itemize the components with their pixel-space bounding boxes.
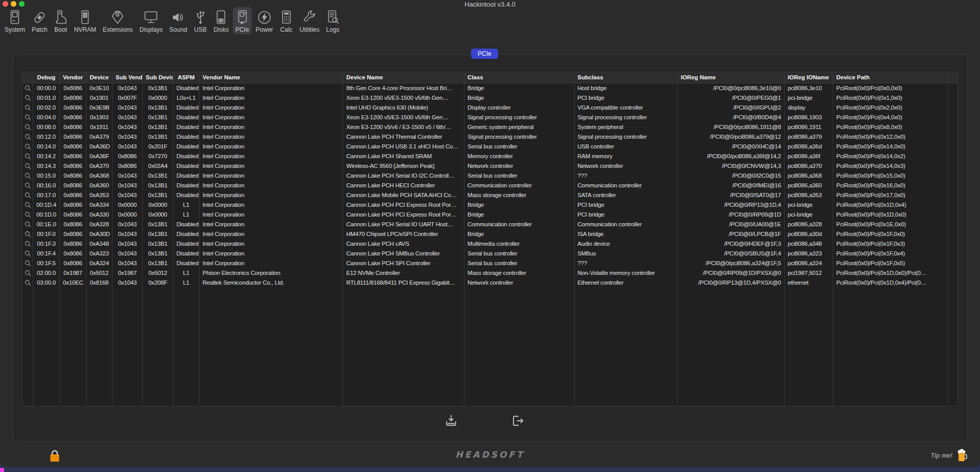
tip-me[interactable]: Tip me! xyxy=(931,448,968,462)
table-row[interactable]: 00:02.00x80860x3E9B0x10430x13B1DisabledI… xyxy=(23,103,957,113)
table-row[interactable]: 00:08.00x80860x19110x10430x13B1DisabledI… xyxy=(23,122,957,132)
table-row[interactable]: 00:1E.00x80860xA3280x10430x13B1DisabledI… xyxy=(23,220,957,229)
row-inspect-button[interactable] xyxy=(23,181,33,190)
table-row[interactable]: 00:17.00x80860xA3530x10430x13B1DisabledI… xyxy=(23,190,957,200)
table-row[interactable]: 00:1F.40x80860xA3230x10430x13B1DisabledI… xyxy=(23,249,957,259)
table-row[interactable]: 00:1F.00x80860xA30D0x10430x13B1DisabledI… xyxy=(23,229,957,239)
wrench-icon xyxy=(302,9,317,26)
toolbar-item-calc[interactable]: Calc xyxy=(277,7,296,34)
table-row[interactable]: 00:14.20x80860xA36F0x80860x7270DisabledI… xyxy=(23,152,957,161)
column-header-device-path[interactable]: Device Path xyxy=(833,72,949,83)
table-row[interactable]: 00:1D.40x80860xA3340x00000x0000L1Intel C… xyxy=(23,200,957,210)
table-row[interactable]: 03:00.00x10EC0x81680x10430x208FL1Realtek… xyxy=(23,278,957,288)
column-header-inspect[interactable] xyxy=(23,72,33,83)
toolbar-item-system[interactable]: System xyxy=(2,7,28,34)
toolbar-item-nvram[interactable]: NVRAM xyxy=(72,7,99,34)
table-row[interactable]: 00:15.00x80860xA3680x10430x13B1DisabledI… xyxy=(23,171,957,181)
table-cell: PciRoot(0x0)/Pci(0x1F,0x4) xyxy=(833,249,949,259)
table-cell: 00:1F.5 xyxy=(33,259,60,268)
table-row[interactable]: 00:16.00x80860xA3600x10430x13B1DisabledI… xyxy=(23,181,957,190)
table-cell: 0x8086 xyxy=(60,103,86,113)
table-cell: pci8086,1903 xyxy=(785,113,833,122)
table-row[interactable]: 00:14.30x80860xA3700x80860x02A4DisabledI… xyxy=(23,161,957,171)
table-row[interactable]: 02:00.00x19870x50120x19870x5012L1Phison … xyxy=(23,268,957,278)
row-inspect-button[interactable] xyxy=(23,278,33,288)
row-inspect-button[interactable] xyxy=(23,83,33,93)
toolbar-item-usb[interactable]: USB xyxy=(191,7,210,34)
table-cell: 0x8086 xyxy=(60,200,86,210)
row-inspect-button[interactable] xyxy=(23,268,33,278)
toolbar-item-displays[interactable]: Displays xyxy=(137,7,165,34)
row-inspect-button[interactable] xyxy=(23,152,33,161)
column-header-aspm[interactable]: ASPM xyxy=(173,72,199,83)
toolbar-item-extensions[interactable]: Extensions xyxy=(100,7,136,34)
row-inspect-button[interactable] xyxy=(23,93,33,103)
row-inspect-button[interactable] xyxy=(23,122,33,132)
column-header-vendor[interactable]: Vendor xyxy=(60,72,86,83)
table-cell: PciRoot(0x0)/Pci(0x4,0x0) xyxy=(833,113,949,122)
table-cell: Disabled xyxy=(173,142,199,152)
toolbar-item-disks[interactable]: Disks xyxy=(211,7,231,34)
table-row[interactable]: 00:04.00x80860x19030x10430x13B1DisabledI… xyxy=(23,113,957,122)
row-inspect-button[interactable] xyxy=(23,210,33,220)
toolbar-item-utilities[interactable]: Utilities xyxy=(297,7,322,34)
toolbar-item-logs[interactable]: Logs xyxy=(324,7,342,34)
toolbar-item-pcie[interactable]: PCIe xyxy=(233,7,252,34)
table-row[interactable]: 00:12.00x80860xA3790x10430x13B1DisabledI… xyxy=(23,132,957,142)
row-inspect-button[interactable] xyxy=(23,103,33,113)
row-inspect-button[interactable] xyxy=(23,229,33,239)
table-empty-area xyxy=(23,288,957,406)
table-cell: 0x5012 xyxy=(86,268,113,278)
row-inspect-button[interactable] xyxy=(23,220,33,229)
toolbar-item-sound[interactable]: Sound xyxy=(167,7,190,34)
table-row[interactable]: 00:1F.30x80860xA3480x10430x13B1DisabledI… xyxy=(23,239,957,249)
column-header-device[interactable]: Device xyxy=(86,72,113,83)
table-cell: 0x10EC xyxy=(60,278,86,288)
lock-icon[interactable] xyxy=(48,449,61,463)
table-cell: 00:14.2 xyxy=(33,152,60,161)
table-row[interactable]: 00:14.00x80860xA36D0x10430x201FDisabledI… xyxy=(23,142,957,152)
table-cell: PciRoot(0x0)/Pci(0x14,0x2) xyxy=(833,152,949,161)
save-button[interactable] xyxy=(442,412,460,430)
table-cell: 00:02.0 xyxy=(33,103,60,113)
table-cell: Intel Corporation xyxy=(199,83,343,93)
row-inspect-button[interactable] xyxy=(23,249,33,259)
column-header-vendor-name[interactable]: Vendor Name xyxy=(199,72,343,83)
pcie-tab-pill[interactable]: PCIe xyxy=(471,49,498,59)
table-row[interactable]: 00:1F.50x80860xA3240x10430x13B1DisabledI… xyxy=(23,259,957,268)
table-cell: /PCI0@0/RP09@1D xyxy=(678,210,785,220)
toolbar-item-patch[interactable]: Patch xyxy=(29,7,50,34)
row-inspect-button[interactable] xyxy=(23,132,33,142)
row-inspect-button[interactable] xyxy=(23,171,33,181)
row-inspect-button[interactable] xyxy=(23,113,33,122)
table-cell: 0x13B1 xyxy=(143,113,173,122)
table-cell: 0x13B1 xyxy=(143,249,173,259)
table-cell: 00:1E.0 xyxy=(33,220,60,229)
toolbar-item-boot[interactable]: Boot xyxy=(52,7,70,34)
toolbar-item-power[interactable]: Power xyxy=(253,7,276,34)
column-header-debug[interactable]: Debug xyxy=(33,72,60,83)
table-cell: 0x5012 xyxy=(143,268,173,278)
table-cell: Communication controller xyxy=(464,220,574,229)
table-row[interactable]: 00:1D.00x80860xA3300x00000x0000L1Intel C… xyxy=(23,210,957,220)
table-cell: Disabled xyxy=(173,171,199,181)
extension-icon xyxy=(110,9,125,26)
row-inspect-button[interactable] xyxy=(23,190,33,200)
row-inspect-button[interactable] xyxy=(23,239,33,249)
column-header-class[interactable]: Class xyxy=(464,72,574,83)
table-row[interactable]: 00:00.00x80860x3E100x10430x13B1DisabledI… xyxy=(23,83,957,93)
table-cell: 0x1043 xyxy=(113,113,143,122)
export-button[interactable] xyxy=(509,412,526,430)
column-header-ioreg-ioname[interactable]: IOReg IOName xyxy=(785,72,833,83)
row-inspect-button[interactable] xyxy=(23,142,33,152)
column-header-ioreg-name[interactable]: IOReg Name xyxy=(678,72,785,83)
row-inspect-button[interactable] xyxy=(23,161,33,171)
column-header-sub-device[interactable]: Sub Device xyxy=(143,72,173,83)
column-header-sub-vendor[interactable]: Sub Vendor xyxy=(113,72,143,83)
row-inspect-button[interactable] xyxy=(23,200,33,210)
column-header-device-name[interactable]: Device Name xyxy=(343,72,464,83)
table-row[interactable]: 00:01.00x80860x19010x007F0x0000L0s+L1Int… xyxy=(23,93,957,103)
row-inspect-button[interactable] xyxy=(23,259,33,268)
column-header-subclass[interactable]: Subclass xyxy=(574,72,678,83)
table-cell: Communication controller xyxy=(574,220,678,229)
